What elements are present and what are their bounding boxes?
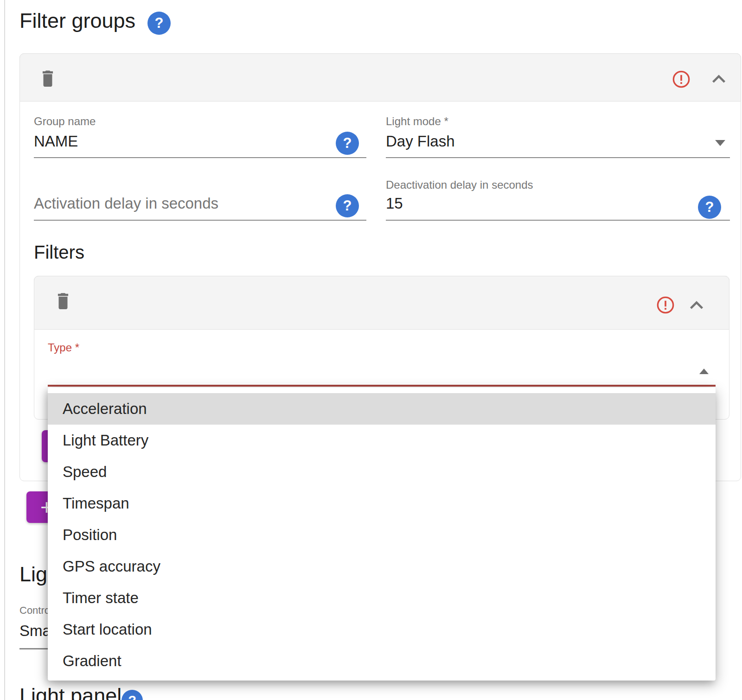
filters-heading: Filters bbox=[34, 242, 84, 263]
light-mode-value: Day Flash bbox=[386, 133, 455, 150]
light-mode-underline bbox=[386, 157, 730, 158]
group-name-input[interactable] bbox=[34, 133, 312, 150]
dropdown-arrow-up-icon bbox=[699, 369, 709, 374]
group-name-label: Group name bbox=[34, 115, 96, 128]
type-menu-item[interactable]: Position bbox=[48, 519, 716, 551]
error-icon bbox=[656, 296, 675, 314]
delete-filter-group-button[interactable] bbox=[37, 67, 58, 89]
deactivation-delay-input[interactable] bbox=[386, 195, 664, 212]
deactivation-delay-label: Deactivation delay in seconds bbox=[386, 178, 533, 191]
activation-delay-underline bbox=[34, 220, 366, 221]
delete-filter-button[interactable] bbox=[52, 290, 74, 311]
left-divider bbox=[4, 0, 5, 700]
type-menu-item[interactable]: Timespan bbox=[48, 488, 716, 519]
collapse-filter-group-button[interactable] bbox=[708, 68, 730, 90]
collapse-filter-button[interactable] bbox=[685, 294, 708, 316]
chevron-up-icon bbox=[689, 300, 704, 310]
error-icon bbox=[672, 70, 691, 89]
type-menu-item[interactable]: Light Battery bbox=[48, 425, 716, 456]
controller-label: Contro bbox=[19, 605, 50, 617]
light-panel-heading: Light panel bbox=[19, 684, 122, 700]
light-mode-label: Light mode * bbox=[386, 115, 448, 128]
group-name-underline bbox=[34, 157, 366, 158]
light-panel-help-icon[interactable]: ? bbox=[122, 690, 143, 700]
type-select[interactable] bbox=[48, 357, 716, 385]
type-menu: AccelerationLight BatterySpeedTimespanPo… bbox=[48, 388, 716, 681]
trash-icon bbox=[54, 291, 72, 310]
type-menu-item[interactable]: Start location bbox=[48, 614, 716, 645]
type-menu-item[interactable]: GPS accuracy bbox=[48, 551, 716, 582]
deactivation-delay-underline bbox=[386, 220, 730, 221]
light-mode-select[interactable]: Day Flash bbox=[386, 133, 730, 157]
filter-card-header bbox=[34, 276, 729, 330]
type-menu-item[interactable]: Speed bbox=[48, 456, 716, 488]
deactivation-delay-help-icon[interactable]: ? bbox=[698, 196, 721, 219]
type-menu-item[interactable]: Timer state bbox=[48, 582, 716, 614]
activation-delay-input[interactable] bbox=[34, 195, 312, 212]
dropdown-arrow-icon bbox=[715, 140, 725, 146]
activation-delay-help-icon[interactable]: ? bbox=[336, 194, 359, 217]
chevron-up-icon bbox=[711, 74, 727, 84]
filter-group-card-header bbox=[19, 53, 741, 102]
type-menu-item[interactable]: Gradient bbox=[48, 645, 716, 677]
type-menu-item[interactable]: Acceleration bbox=[48, 393, 716, 425]
group-name-help-icon[interactable]: ? bbox=[336, 132, 359, 155]
filter-groups-help-icon[interactable]: ? bbox=[147, 12, 171, 35]
page-title: Filter groups bbox=[19, 9, 135, 32]
type-underline bbox=[48, 385, 716, 387]
trash-icon bbox=[39, 68, 57, 88]
type-label: Type * bbox=[48, 341, 79, 354]
